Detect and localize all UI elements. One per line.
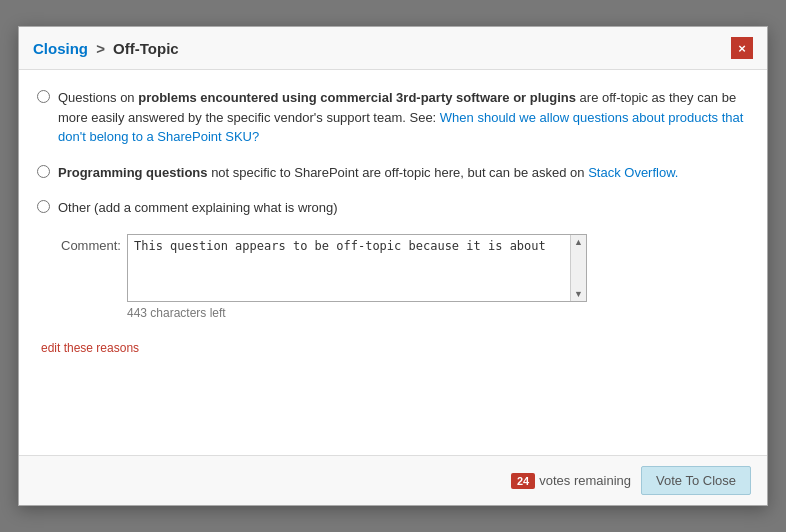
option-row-2: Programming questions not specific to Sh…: [37, 163, 749, 183]
scrollbar: ▲ ▼: [570, 235, 586, 301]
option-1-bold: problems encountered using commercial 3r…: [138, 90, 576, 105]
scroll-down-arrow[interactable]: ▼: [573, 289, 584, 299]
option-row-1: Questions on problems encountered using …: [37, 88, 749, 147]
modal-header: Closing > Off-Topic ×: [19, 27, 767, 70]
modal-title: Closing > Off-Topic: [33, 40, 179, 57]
modal-body: Questions on problems encountered using …: [19, 70, 767, 455]
comment-label: Comment:: [61, 238, 121, 253]
comment-textarea[interactable]: This question appears to be off-topic be…: [128, 235, 570, 301]
vote-to-close-button[interactable]: Vote To Close: [641, 466, 751, 495]
option-row-3: Other (add a comment explaining what is …: [37, 198, 749, 218]
radio-option-3[interactable]: [37, 200, 50, 213]
scroll-up-arrow[interactable]: ▲: [573, 237, 584, 247]
chars-left: 443 characters left: [127, 306, 587, 320]
footer-votes: 24 votes remaining: [511, 473, 631, 489]
comment-wrapper: This question appears to be off-topic be…: [127, 234, 587, 320]
comment-textarea-container: This question appears to be off-topic be…: [127, 234, 587, 302]
breadcrumb-offtopic: Off-Topic: [113, 40, 179, 57]
breadcrumb-closing[interactable]: Closing: [33, 40, 88, 57]
modal-dialog: Closing > Off-Topic × Questions on probl…: [18, 26, 768, 506]
votes-remaining-text: votes remaining: [539, 473, 631, 488]
comment-row: Comment: This question appears to be off…: [61, 234, 749, 320]
breadcrumb-separator: >: [96, 40, 105, 57]
radio-option-2[interactable]: [37, 165, 50, 178]
modal-overlay: Closing > Off-Topic × Questions on probl…: [0, 0, 786, 532]
option-3-label[interactable]: Other (add a comment explaining what is …: [58, 198, 338, 218]
option-2-bold: Programming questions: [58, 165, 208, 180]
radio-option-1[interactable]: [37, 90, 50, 103]
option-2-label[interactable]: Programming questions not specific to Sh…: [58, 163, 678, 183]
edit-reasons: edit these reasons: [41, 340, 749, 355]
option-1-link[interactable]: When should we allow questions about pro…: [58, 110, 743, 145]
option-2-link[interactable]: Stack Overflow.: [588, 165, 678, 180]
votes-badge: 24: [511, 473, 535, 489]
close-button[interactable]: ×: [731, 37, 753, 59]
edit-reasons-link[interactable]: edit these reasons: [41, 341, 139, 355]
option-1-label[interactable]: Questions on problems encountered using …: [58, 88, 749, 147]
modal-footer: 24 votes remaining Vote To Close: [19, 455, 767, 505]
